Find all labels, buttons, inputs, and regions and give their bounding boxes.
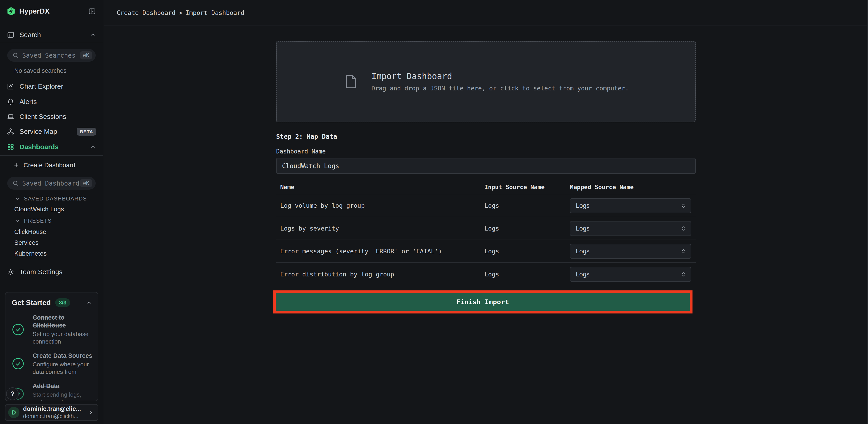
chevron-down-icon [14, 196, 20, 202]
sidebar-section-search[interactable]: Search [0, 27, 103, 42]
breadcrumb-import-dashboard: Import Dashboard [185, 9, 244, 16]
saved-searches-search[interactable]: ⌘K [7, 49, 96, 62]
dashboards-icon [7, 143, 14, 151]
dashboard-name-label: Dashboard Name [276, 148, 696, 155]
collapse-sidebar-icon[interactable] [88, 7, 96, 15]
sidebar-item-service-map[interactable]: Service Map BETA [0, 124, 103, 139]
step-title: Step 2: Map Data [276, 133, 696, 140]
scrollbar-track[interactable] [867, 0, 868, 424]
import-dropzone[interactable]: Import Dashboard Drag and drop a JSON fi… [276, 41, 696, 122]
service-map-icon [7, 128, 14, 135]
sidebar-item-label: Client Sessions [20, 113, 96, 121]
no-saved-searches-text: No saved searches [0, 67, 103, 74]
bell-icon [7, 98, 14, 105]
mapped-source-select[interactable]: Logs [570, 221, 691, 236]
saved-searches-input[interactable] [22, 52, 80, 59]
sidebar-item-alerts[interactable]: Alerts [0, 94, 103, 109]
dropzone-title: Import Dashboard [372, 71, 629, 81]
avatar: D [8, 407, 20, 418]
get-started-header[interactable]: Get Started 3/3 [12, 298, 93, 307]
finish-import-button[interactable]: Finish Import [276, 293, 690, 311]
selected-value: Logs [576, 202, 680, 209]
get-started-item-connect[interactable]: Connect to ClickHouse Set up your databa… [12, 314, 93, 345]
dropzone-subtitle: Drag and drop a JSON file here, or click… [372, 85, 629, 92]
gear-icon [7, 268, 14, 276]
column-header-name: Name [276, 184, 485, 191]
team-settings-label: Team Settings [20, 268, 96, 276]
table-header-row: Name Input Source Name Mapped Source Nam… [276, 181, 696, 194]
row-name: Error messages (severity 'ERROR' or 'FAT… [276, 248, 485, 255]
dashboard-name-input[interactable] [276, 158, 696, 174]
table-row: Log volume by log group Logs Logs [276, 194, 696, 217]
row-input-source: Logs [485, 225, 570, 232]
sidebar-item-label: Service Map [20, 128, 77, 135]
get-started-item-add-data[interactable]: Add Data Start sending logs, metrics, or… [12, 382, 93, 401]
get-started-item-title: Add Data [33, 382, 93, 390]
selected-value: Logs [576, 225, 680, 232]
sidebar-preset-kubernetes[interactable]: Kubernetes [0, 249, 103, 258]
sidebar-item-chart-explorer[interactable]: Chart Explorer [0, 79, 103, 94]
mapped-source-select[interactable]: Logs [570, 244, 691, 259]
sidebar-item-team-settings[interactable]: Team Settings [0, 264, 103, 279]
saved-dashboards-search[interactable]: ⌘K [7, 177, 96, 190]
sidebar-item-label: Chart Explorer [20, 83, 96, 90]
mapped-source-select[interactable]: Logs [570, 267, 691, 282]
shortcut-badge: ⌘K [80, 179, 92, 187]
beta-badge: BETA [77, 128, 96, 136]
get-started-item-title: Create Data Sources [33, 352, 93, 360]
breadcrumb: Create Dashboard>Import Dashboard [117, 9, 244, 16]
sidebar-preset-clickhouse[interactable]: ClickHouse [0, 227, 103, 236]
user-name: dominic.tran@clic... [23, 405, 87, 413]
row-input-source: Logs [485, 271, 570, 278]
row-input-source: Logs [485, 202, 570, 209]
get-started-title: Get Started [12, 299, 51, 307]
group-presets[interactable]: PRESETS [0, 217, 103, 225]
get-started-item-title: Connect to ClickHouse [33, 314, 93, 329]
breadcrumb-separator: > [179, 9, 182, 16]
group-label: PRESETS [24, 218, 52, 224]
saved-dashboards-input[interactable] [22, 180, 80, 187]
row-name: Log volume by log group [276, 202, 485, 209]
check-circle-icon [12, 357, 24, 370]
table-row: Error messages (severity 'ERROR' or 'FAT… [276, 240, 696, 263]
chevron-down-icon [14, 218, 20, 224]
chart-explorer-icon [7, 83, 14, 90]
user-email: dominic.tran@clickh... [23, 413, 87, 420]
sidebar-item-dashboards[interactable]: Dashboards [0, 139, 103, 154]
app-root: HyperDX Search ⌘K No saved searches [0, 0, 868, 424]
select-chevrons-icon [680, 225, 687, 232]
divider [0, 43, 103, 43]
sidebar-item-label: Dashboards [20, 143, 89, 151]
create-dashboard-button[interactable]: Create Dashboard [0, 160, 103, 171]
selected-value: Logs [576, 271, 680, 278]
dashboard-name-field [276, 158, 696, 174]
chevron-up-icon [89, 31, 96, 38]
check-circle-icon [12, 323, 24, 336]
user-menu[interactable]: D dominic.tran@clic... dominic.tran@clic… [5, 404, 98, 421]
divider [0, 155, 103, 156]
sidebar: HyperDX Search ⌘K No saved searches [0, 0, 103, 424]
column-header-mapped-source: Mapped Source Name [570, 184, 696, 191]
select-chevrons-icon [680, 271, 687, 278]
breadcrumb-create-dashboard[interactable]: Create Dashboard [117, 9, 176, 16]
mapping-table: Name Input Source Name Mapped Source Nam… [276, 181, 696, 286]
get-started-card: Get Started 3/3 Connect to ClickHouse Se… [5, 292, 98, 401]
help-button[interactable]: ? [6, 387, 19, 400]
get-started-item-sources[interactable]: Create Data Sources Configure where your… [12, 352, 93, 376]
sidebar-preset-services[interactable]: Services [0, 238, 103, 247]
sidebar-dashboard-cloudwatch-logs[interactable]: CloudWatch Logs [0, 205, 103, 214]
logo-row: HyperDX [0, 4, 103, 19]
create-dashboard-label: Create Dashboard [24, 162, 75, 169]
get-started-item-subtitle: Start sending logs, metrics, or traces [33, 391, 93, 401]
search-section-icon [7, 31, 14, 39]
group-saved-dashboards[interactable]: SAVED DASHBOARDS [0, 194, 103, 203]
sidebar-item-label: Alerts [20, 98, 96, 105]
get-started-item-subtitle: Set up your database connection [33, 330, 93, 345]
sidebar-item-client-sessions[interactable]: Client Sessions [0, 109, 103, 124]
hyperdx-logo-icon [7, 7, 16, 16]
chevron-up-icon [86, 299, 93, 306]
group-label: SAVED DASHBOARDS [24, 196, 87, 202]
select-chevrons-icon [680, 248, 687, 255]
get-started-item-subtitle: Configure where your data comes from [33, 361, 93, 376]
mapped-source-select[interactable]: Logs [570, 198, 691, 213]
